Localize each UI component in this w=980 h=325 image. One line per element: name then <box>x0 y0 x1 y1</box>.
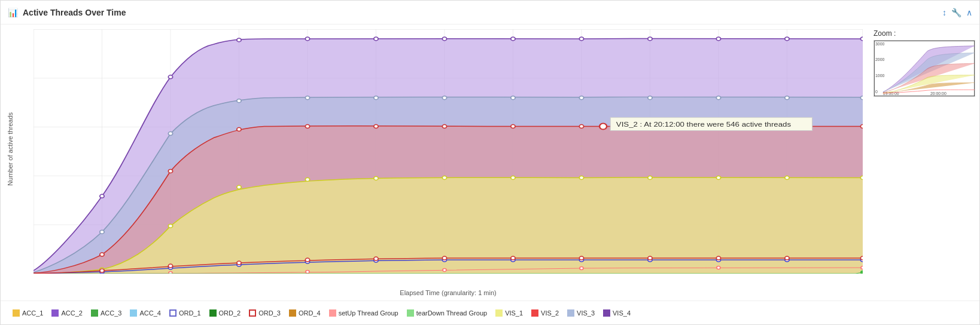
legend-item-ord2: ORD_2 <box>209 309 241 317</box>
legend-swatch-acc3 <box>91 309 98 317</box>
svg-point-110 <box>579 256 583 260</box>
svg-point-37 <box>237 38 241 42</box>
legend-label-vis1: VIS_1 <box>505 309 523 317</box>
svg-point-42 <box>579 37 583 41</box>
svg-point-67 <box>599 124 607 130</box>
svg-text:2000: 2000 <box>875 57 885 62</box>
svg-text:1000: 1000 <box>875 73 885 78</box>
legend-item-acc1: ACC_1 <box>13 309 43 317</box>
svg-point-80 <box>648 176 652 179</box>
svg-point-104 <box>168 264 172 268</box>
svg-point-109 <box>511 256 515 260</box>
legend-item-vis4: VIS_4 <box>603 309 631 317</box>
legend-label-ord2: ORD_2 <box>219 309 241 317</box>
svg-point-60 <box>168 169 172 173</box>
legend-label-ord4: ORD_4 <box>299 309 321 317</box>
legend-swatch-vis4 <box>603 309 610 317</box>
legend-swatch-vis3 <box>567 309 574 317</box>
svg-point-76 <box>374 176 378 180</box>
legend-label-vis4: VIS_4 <box>613 309 631 317</box>
svg-point-36 <box>168 75 172 79</box>
svg-point-43 <box>648 37 652 41</box>
svg-point-35 <box>100 194 104 198</box>
y-axis-label-container: Number of active threads <box>4 24 16 274</box>
svg-point-87 <box>580 267 583 270</box>
svg-point-106 <box>305 258 309 262</box>
svg-point-65 <box>511 125 515 128</box>
svg-point-86 <box>443 269 446 272</box>
legend-swatch-ord3 <box>249 309 256 317</box>
legend-label-vis2: VIS_2 <box>541 309 559 317</box>
legend-label-setup: setUp Thread Group <box>339 309 398 317</box>
svg-point-71 <box>860 125 863 128</box>
svg-point-58 <box>860 96 863 100</box>
legend-item-ord3: ORD_3 <box>249 309 281 317</box>
legend-swatch-ord1 <box>169 309 176 317</box>
svg-point-73 <box>168 224 172 228</box>
svg-point-39 <box>374 37 378 41</box>
svg-point-75 <box>305 177 309 181</box>
svg-point-49 <box>237 99 241 103</box>
svg-point-40 <box>442 37 446 41</box>
svg-point-74 <box>237 185 241 189</box>
svg-point-45 <box>785 37 789 41</box>
svg-point-56 <box>716 96 720 100</box>
legend-swatch-acc4 <box>130 309 137 317</box>
legend-label-acc2: ACC_2 <box>61 309 82 317</box>
legend-item-acc3: ACC_3 <box>91 309 121 317</box>
legend-item-acc2: ACC_2 <box>51 309 82 317</box>
legend-label-teardown: tearDown Thread Group <box>416 309 487 317</box>
svg-point-41 <box>511 37 515 41</box>
svg-point-66 <box>579 125 583 128</box>
svg-point-84 <box>169 272 172 274</box>
svg-point-63 <box>374 125 378 128</box>
svg-point-50 <box>305 96 309 100</box>
collapse-icon[interactable]: ∧ <box>966 8 972 17</box>
legend-swatch-acc2 <box>51 309 59 317</box>
zoom-label: Zoom : <box>874 29 896 38</box>
svg-point-108 <box>442 256 446 260</box>
svg-point-111 <box>648 256 652 260</box>
svg-point-89 <box>861 266 863 269</box>
chart-svg: 0 500 1000 1500 2000 2500 18:50:00 19:00… <box>34 29 863 274</box>
legend-item-vis2: VIS_2 <box>531 309 559 317</box>
legend-swatch-vis1 <box>495 309 503 317</box>
svg-point-78 <box>511 176 515 179</box>
svg-text:0: 0 <box>875 90 878 94</box>
wrench-icon[interactable]: 🔧 <box>951 8 961 17</box>
svg-point-82 <box>785 176 789 179</box>
svg-point-51 <box>374 96 378 100</box>
svg-point-52 <box>442 96 446 100</box>
legend: ACC_1 ACC_2 ACC_3 ACC_4 ORD_1 ORD_2 ORD_… <box>1 301 979 324</box>
sort-icon[interactable]: ↕ <box>942 8 946 17</box>
svg-point-38 <box>305 37 309 41</box>
legend-label-ord3: ORD_3 <box>258 309 281 317</box>
svg-point-114 <box>860 256 863 260</box>
svg-text:20:00:00: 20:00:00 <box>930 91 946 96</box>
chart-area: Number of active threads <box>1 24 869 301</box>
svg-point-59 <box>100 253 104 256</box>
svg-point-46 <box>860 37 863 41</box>
legend-item-acc4: ACC_4 <box>130 309 160 317</box>
legend-swatch-ord2 <box>209 309 217 317</box>
legend-swatch-ord4 <box>289 309 296 317</box>
svg-text:3000: 3000 <box>875 42 885 46</box>
svg-point-62 <box>305 125 309 128</box>
legend-swatch-vis2 <box>531 309 538 317</box>
svg-point-90 <box>860 271 863 274</box>
main-container: 📊 Active Threads Over Time ↕ 🔧 ∧ Number … <box>0 0 980 325</box>
legend-item-ord1: ORD_1 <box>169 309 201 317</box>
header-left: 📊 Active Threads Over Time <box>8 8 126 17</box>
zoom-svg: 0 1000 2000 3000 19:00:00 20:00:00 <box>874 41 975 96</box>
svg-point-55 <box>648 96 652 100</box>
svg-point-83 <box>860 176 863 179</box>
legend-swatch-setup <box>329 309 336 317</box>
legend-swatch-teardown <box>407 309 414 317</box>
svg-point-64 <box>442 125 446 128</box>
svg-point-47 <box>100 230 104 234</box>
svg-point-61 <box>237 128 241 131</box>
svg-point-112 <box>716 256 720 260</box>
svg-point-48 <box>168 132 172 136</box>
legend-item-ord4: ORD_4 <box>289 309 321 317</box>
legend-item-vis3: VIS_3 <box>567 309 595 317</box>
